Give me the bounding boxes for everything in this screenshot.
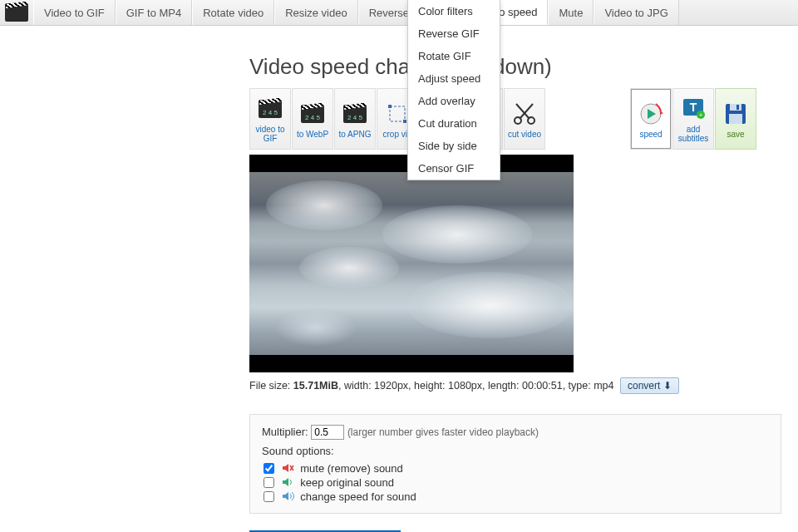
- tool-to-apng[interactable]: 2 4 5to APNG: [334, 88, 376, 150]
- download-icon: ⬇: [663, 380, 672, 392]
- dropdown-reverse-gif[interactable]: Reverse GIF: [408, 22, 500, 45]
- svg-text:T: T: [690, 101, 697, 114]
- dropdown-adjust-speed[interactable]: Adjust speed: [408, 67, 500, 90]
- subs-icon: T+: [679, 95, 707, 123]
- cut-icon: [510, 100, 539, 128]
- dropdown-cut-duration[interactable]: Cut duration: [408, 112, 500, 135]
- tool-strip: 2 4 5video to GIF2 4 5to WebP2 4 5to APN…: [249, 88, 798, 150]
- change-sound-speed-checkbox[interactable]: [264, 491, 274, 502]
- app-logo[interactable]: [0, 0, 33, 25]
- keep-sound-checkbox[interactable]: [264, 477, 274, 488]
- tool-speed[interactable]: speed: [630, 88, 672, 150]
- file-meta: File size: 15.71MiB, width: 1920px, heig…: [249, 377, 798, 394]
- tool-video-to-gif[interactable]: 2 4 5video to GIF: [249, 88, 291, 150]
- multiplier-hint: (larger number gives faster video playba…: [347, 426, 539, 438]
- sound-options-label: Sound options:: [262, 445, 769, 457]
- tool-cut-video[interactable]: cut video: [504, 88, 545, 150]
- tool-to-webp[interactable]: 2 4 5to WebP: [292, 88, 333, 150]
- dropdown-rotate-gif[interactable]: Rotate GIF: [408, 45, 500, 67]
- topnav-video-to-jpg[interactable]: Video to JPG: [594, 0, 678, 25]
- topnav-gif-to-mp4[interactable]: GIF to MP4: [116, 0, 192, 25]
- svg-rect-2: [403, 120, 406, 123]
- tool-add-subtitles[interactable]: T+add subtitles: [672, 88, 714, 150]
- speed-icon: [637, 100, 665, 128]
- multiplier-label: Multiplier:: [262, 426, 308, 438]
- speaker-mute-icon: [282, 463, 295, 473]
- multiplier-input[interactable]: [311, 425, 344, 440]
- options-panel: Multiplier: (larger number gives faster …: [249, 414, 781, 514]
- topnav-resize-video[interactable]: Resize video: [274, 0, 357, 25]
- clap-icon: 2 4 5: [256, 95, 284, 123]
- clap-icon: 2 4 5: [298, 100, 327, 128]
- svg-rect-19: [729, 114, 742, 124]
- svg-rect-1: [388, 105, 392, 108]
- dropdown-censor-gif[interactable]: Censor GIF: [408, 157, 500, 180]
- top-nav: Video to GIFGIF to MP4Rotate videoResize…: [0, 0, 798, 26]
- tool-save[interactable]: save: [715, 88, 756, 150]
- speaker-on-icon: [282, 477, 295, 487]
- svg-text:+: +: [699, 111, 703, 119]
- topnav-mute[interactable]: Mute: [548, 0, 594, 25]
- clap-icon: 2 4 5: [341, 100, 369, 128]
- convert-button[interactable]: convert ⬇: [620, 377, 679, 394]
- page-title: Video speed changer ow down): [249, 54, 798, 80]
- svg-rect-0: [390, 106, 405, 121]
- dropdown-add-overlay[interactable]: Add overlay: [408, 90, 500, 112]
- topnav-video-to-gif[interactable]: Video to GIF: [33, 0, 116, 25]
- video-preview[interactable]: [249, 155, 574, 372]
- more-tools-dropdown: Color filtersReverse GIFRotate GIFAdjust…: [407, 0, 500, 180]
- svg-rect-20: [736, 105, 739, 110]
- svg-rect-18: [730, 104, 741, 111]
- mute-sound-checkbox[interactable]: [264, 463, 274, 474]
- speaker-speed-icon: [282, 491, 295, 501]
- dropdown-color-filters[interactable]: Color filters: [408, 0, 500, 22]
- dropdown-side-by-side[interactable]: Side by side: [408, 135, 500, 157]
- svg-marker-12: [660, 111, 663, 115]
- save-icon: [722, 100, 750, 128]
- topnav-rotate-video[interactable]: Rotate video: [192, 0, 274, 25]
